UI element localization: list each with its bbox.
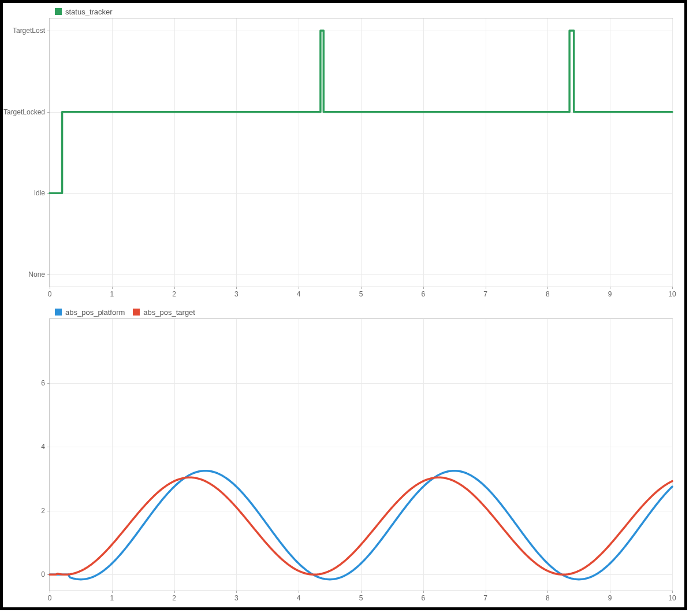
- x-tick-label: 10: [668, 594, 676, 602]
- y-tick-label: None: [28, 270, 45, 279]
- legend-swatch-icon: [133, 309, 140, 316]
- plot-area[interactable]: 012345678910NoneIdleTargetLockedTargetLo…: [49, 18, 673, 287]
- x-tick-label: 10: [668, 290, 676, 298]
- y-tick-label: 2: [41, 507, 45, 515]
- chart-frame: status_tracker 012345678910NoneIdleTarge…: [0, 0, 687, 610]
- legend-entry[interactable]: status_tracker: [55, 8, 113, 16]
- x-tick-label: 4: [297, 290, 301, 298]
- x-tick-label: 1: [110, 290, 114, 298]
- legend-swatch-icon: [55, 309, 62, 316]
- x-tick-label: 5: [359, 290, 363, 298]
- legend: status_tracker: [55, 6, 113, 17]
- x-tick-label: 2: [172, 290, 176, 298]
- y-tick-label: TargetLost: [13, 27, 45, 35]
- y-tick-label: 6: [41, 379, 45, 387]
- x-tick-label: 8: [546, 290, 550, 298]
- legend-swatch-icon: [55, 8, 62, 15]
- series-line: [50, 31, 672, 193]
- chart-status-tracker: status_tracker 012345678910NoneIdleTarge…: [3, 3, 684, 303]
- x-tick-label: 5: [359, 594, 363, 602]
- y-tick-label: Idle: [34, 189, 45, 197]
- y-tick-label: 0: [41, 570, 45, 578]
- x-tick-label: 1: [110, 594, 114, 602]
- legend-label: abs_pos_platform: [65, 308, 125, 317]
- y-tick-label: TargetLocked: [3, 108, 45, 116]
- legend-label: status_tracker: [65, 8, 113, 16]
- x-tick-label: 4: [297, 594, 301, 602]
- x-tick-label: 7: [483, 594, 487, 602]
- x-tick-label: 9: [608, 594, 612, 602]
- y-tick-label: 4: [41, 443, 45, 451]
- x-tick-label: 0: [48, 594, 52, 602]
- x-tick-label: 3: [234, 290, 239, 298]
- x-tick-label: 6: [421, 594, 425, 602]
- x-tick-label: 8: [546, 594, 550, 602]
- x-tick-label: 3: [234, 594, 239, 602]
- legend-label: abs_pos_target: [143, 308, 195, 317]
- legend: abs_pos_platform abs_pos_target: [55, 307, 195, 317]
- plot-area[interactable]: 0123456789100246: [49, 318, 673, 591]
- series-line: [50, 471, 672, 580]
- x-tick-label: 2: [172, 594, 176, 602]
- x-tick-label: 6: [421, 290, 425, 298]
- chart-positions: abs_pos_platform abs_pos_target 01234567…: [3, 303, 684, 607]
- x-tick-label: 9: [608, 290, 612, 298]
- legend-entry[interactable]: abs_pos_target: [133, 308, 195, 317]
- x-tick-label: 0: [48, 290, 52, 298]
- x-tick-label: 7: [483, 290, 487, 298]
- legend-entry[interactable]: abs_pos_platform: [55, 308, 125, 317]
